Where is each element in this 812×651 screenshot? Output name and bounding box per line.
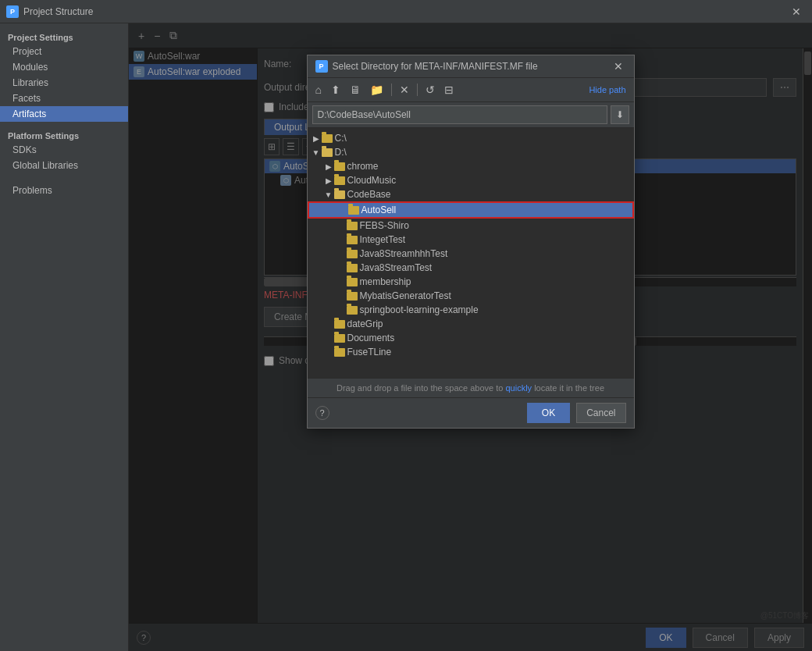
- drop-hint-link[interactable]: quickly: [505, 383, 532, 393]
- sidebar-item-project[interactable]: Project: [0, 44, 128, 59]
- folder-java8hhh-icon: [347, 250, 358, 258]
- modal-desktop-btn[interactable]: 🖥: [347, 81, 364, 98]
- folder-cloudmusic-icon: [334, 176, 345, 185]
- tree-item-java8stream[interactable]: Java8StreamTest: [308, 261, 634, 275]
- tree-toggle-d[interactable]: ▼: [311, 148, 322, 157]
- path-input-row: ⬇: [308, 102, 634, 128]
- modal-toolbar: ⌂ ⬆ 🖥 📁 ✕ ↺ ⊟ Hide path: [308, 78, 634, 102]
- app-icon: P: [6, 5, 19, 18]
- modal-toolbar-sep-1: [391, 84, 392, 96]
- select-directory-dialog: P Select Directory for META-INF/MANIFEST…: [307, 55, 635, 429]
- tree-label-c: C:\: [335, 133, 347, 144]
- tree-label-mybatis: MybatisGeneratorTest: [360, 290, 451, 301]
- tree-label-springboot: springboot-learning-example: [360, 304, 479, 315]
- directory-tree[interactable]: ▶ C:\ ▼ D:\ ▶ chrome: [308, 128, 634, 378]
- sidebar-item-global-libraries[interactable]: Global Libraries: [0, 158, 128, 173]
- folder-autosell-icon: [348, 206, 359, 215]
- modal-refresh-btn[interactable]: ↺: [422, 81, 438, 98]
- tree-item-autosell[interactable]: AutoSell: [308, 201, 634, 219]
- path-download-btn[interactable]: ⬇: [611, 105, 629, 124]
- tree-label-java8stream: Java8StreamTest: [360, 262, 433, 273]
- modal-home-btn[interactable]: ⌂: [312, 81, 325, 98]
- folder-fusetline-icon: [334, 348, 345, 357]
- sidebar: Project Settings Project Modules Librari…: [0, 23, 129, 651]
- tree-label-java8hhh: Java8StreamhhhTest: [360, 248, 448, 259]
- folder-membership-icon: [347, 278, 358, 286]
- main-layout: Project Settings Project Modules Librari…: [0, 23, 812, 651]
- title-bar-text: Project Structure: [23, 6, 93, 17]
- tree-item-java8hhh[interactable]: Java8StreamhhhTest: [308, 247, 634, 261]
- modal-delete-btn[interactable]: ✕: [397, 81, 412, 98]
- tree-item-cloudmusic[interactable]: ▶ CloudMusic: [308, 173, 634, 187]
- tree-label-fusetline: FuseTLine: [347, 347, 392, 358]
- sidebar-item-sdks[interactable]: SDKs: [0, 142, 128, 158]
- sidebar-item-libraries[interactable]: Libraries: [0, 75, 128, 91]
- tree-item-springboot[interactable]: springboot-learning-example: [308, 303, 634, 317]
- folder-c-icon: [322, 134, 333, 143]
- tree-label-codebase: CodeBase: [347, 189, 391, 200]
- modal-toolbar-sep-2: [417, 84, 418, 96]
- tree-item-febs[interactable]: FEBS-Shiro: [308, 219, 634, 233]
- tree-item-documents[interactable]: Documents: [308, 331, 634, 345]
- modal-ok-btn[interactable]: OK: [527, 403, 570, 423]
- tree-toggle-codebase[interactable]: ▼: [323, 190, 334, 199]
- hide-path-link[interactable]: Hide path: [586, 81, 629, 98]
- modal-close-btn[interactable]: ✕: [611, 60, 626, 73]
- title-bar: P Project Structure ✕: [0, 0, 812, 23]
- modal-title-icon: P: [315, 60, 328, 73]
- sidebar-item-artifacts[interactable]: Artifacts: [0, 106, 128, 122]
- folder-documents-icon: [334, 334, 345, 343]
- tree-item-fusetline[interactable]: FuseTLine: [308, 345, 634, 359]
- tree-label-d: D:\: [335, 147, 347, 158]
- tree-label-integet: IntegetTest: [360, 234, 406, 245]
- tree-item-c[interactable]: ▶ C:\: [308, 131, 634, 145]
- sidebar-item-facets[interactable]: Facets: [0, 91, 128, 106]
- folder-mybatis-icon: [347, 292, 358, 301]
- modal-help-btn[interactable]: ?: [315, 406, 329, 420]
- tree-label-documents: Documents: [347, 333, 395, 343]
- modal-bottom: ? OK Cancel: [308, 397, 634, 428]
- drop-hint: Drag and drop a file into the space abov…: [308, 378, 634, 397]
- tree-item-chrome[interactable]: ▶ chrome: [308, 159, 634, 173]
- folder-dategrip-icon: [334, 320, 345, 329]
- tree-label-cloudmusic: CloudMusic: [347, 175, 397, 186]
- tree-toggle-cloudmusic[interactable]: ▶: [323, 176, 334, 185]
- tree-item-codebase[interactable]: ▼ CodeBase: [308, 187, 634, 201]
- tree-item-d[interactable]: ▼ D:\: [308, 145, 634, 159]
- path-input[interactable]: [312, 105, 607, 124]
- modal-new-folder-btn[interactable]: 📁: [367, 81, 386, 98]
- tree-label-febs: FEBS-Shiro: [360, 220, 409, 231]
- folder-java8stream-icon: [347, 264, 358, 272]
- folder-chrome-icon: [334, 162, 345, 171]
- sidebar-item-modules[interactable]: Modules: [0, 59, 128, 75]
- sidebar-item-problems[interactable]: Problems: [0, 183, 128, 198]
- tree-toggle-chrome[interactable]: ▶: [323, 162, 334, 171]
- tree-label-autosell: AutoSell: [361, 205, 397, 215]
- tree-label-dategrip: dateGrip: [347, 318, 383, 329]
- tree-item-mybatis[interactable]: MybatisGeneratorTest: [308, 289, 634, 303]
- modal-up-btn[interactable]: ⬆: [328, 81, 344, 98]
- content-area: + − ⧉ W AutoSell:war E AutoSell:war expl…: [129, 23, 812, 651]
- modal-collapse-btn[interactable]: ⊟: [441, 81, 457, 98]
- folder-febs-icon: [347, 222, 358, 230]
- tree-item-membership[interactable]: membership: [308, 275, 634, 289]
- tree-label-chrome: chrome: [347, 161, 379, 172]
- modal-title-text: Select Directory for META-INF/MANIFEST.M…: [333, 61, 606, 72]
- modal-overlay: P Select Directory for META-INF/MANIFEST…: [129, 23, 812, 651]
- folder-d-icon: [322, 148, 333, 157]
- folder-codebase-icon: [334, 190, 345, 199]
- modal-title-bar: P Select Directory for META-INF/MANIFEST…: [308, 55, 634, 78]
- folder-integet-icon: [347, 236, 358, 244]
- platform-settings-heading: Platform Settings: [0, 128, 128, 142]
- tree-label-membership: membership: [360, 276, 411, 287]
- modal-cancel-btn[interactable]: Cancel: [576, 403, 625, 423]
- tree-toggle-c[interactable]: ▶: [311, 134, 322, 143]
- tree-item-integet[interactable]: IntegetTest: [308, 233, 634, 247]
- project-settings-heading: Project Settings: [0, 30, 128, 44]
- folder-springboot-icon: [347, 306, 358, 315]
- tree-item-dategrip[interactable]: dateGrip: [308, 317, 634, 331]
- title-bar-close-btn[interactable]: ✕: [787, 4, 806, 20]
